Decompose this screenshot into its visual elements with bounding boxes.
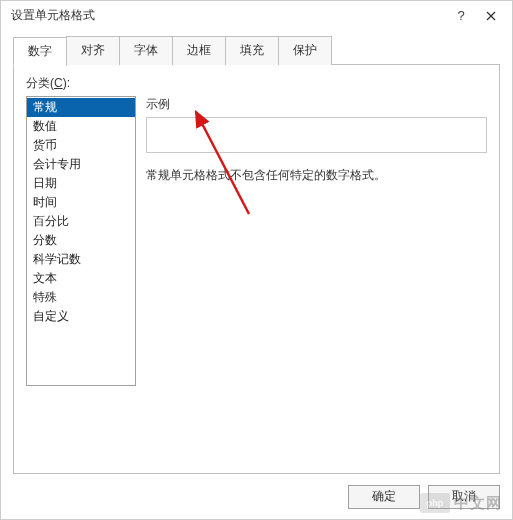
- list-item[interactable]: 日期: [27, 174, 135, 193]
- close-button[interactable]: [476, 4, 506, 28]
- tab-protection[interactable]: 保护: [278, 36, 332, 65]
- format-cells-dialog: 设置单元格格式 ? 数字 对齐 字体 边框 填充 保护 分类(C): 常规 数值…: [0, 0, 513, 520]
- list-item[interactable]: 科学记数: [27, 250, 135, 269]
- titlebar: 设置单元格格式 ?: [1, 1, 512, 30]
- right-column: 示例 常规单元格格式不包含任何特定的数字格式。: [146, 96, 487, 386]
- help-icon: ?: [457, 8, 464, 23]
- list-item[interactable]: 会计专用: [27, 155, 135, 174]
- tab-border[interactable]: 边框: [172, 36, 226, 65]
- list-item[interactable]: 自定义: [27, 307, 135, 326]
- list-item[interactable]: 百分比: [27, 212, 135, 231]
- list-item[interactable]: 常规: [27, 98, 135, 117]
- tab-strip: 数字 对齐 字体 边框 填充 保护: [13, 36, 500, 65]
- example-label: 示例: [146, 96, 487, 113]
- tab-alignment[interactable]: 对齐: [66, 36, 120, 65]
- list-item[interactable]: 时间: [27, 193, 135, 212]
- list-item[interactable]: 分数: [27, 231, 135, 250]
- list-item[interactable]: 货币: [27, 136, 135, 155]
- window-title: 设置单元格格式: [11, 7, 446, 24]
- example-box: [146, 117, 487, 153]
- number-panel: 分类(C): 常规 数值 货币 会计专用 日期 时间 百分比 分数 科学记数 文…: [13, 64, 500, 474]
- list-item[interactable]: 文本: [27, 269, 135, 288]
- panel-columns: 常规 数值 货币 会计专用 日期 时间 百分比 分数 科学记数 文本 特殊 自定…: [26, 96, 487, 386]
- list-item[interactable]: 数值: [27, 117, 135, 136]
- close-icon: [486, 11, 496, 21]
- tab-font[interactable]: 字体: [119, 36, 173, 65]
- help-button[interactable]: ?: [446, 4, 476, 28]
- format-description: 常规单元格格式不包含任何特定的数字格式。: [146, 167, 487, 184]
- cancel-button[interactable]: 取消: [428, 485, 500, 509]
- dialog-footer: 确定 取消 php 中文网: [1, 474, 512, 519]
- category-listbox[interactable]: 常规 数值 货币 会计专用 日期 时间 百分比 分数 科学记数 文本 特殊 自定…: [26, 96, 136, 386]
- list-item[interactable]: 特殊: [27, 288, 135, 307]
- tab-fill[interactable]: 填充: [225, 36, 279, 65]
- content-area: 数字 对齐 字体 边框 填充 保护 分类(C): 常规 数值 货币 会计专用 日…: [1, 30, 512, 474]
- category-label: 分类(C):: [26, 75, 487, 92]
- tab-number[interactable]: 数字: [13, 37, 67, 66]
- ok-button[interactable]: 确定: [348, 485, 420, 509]
